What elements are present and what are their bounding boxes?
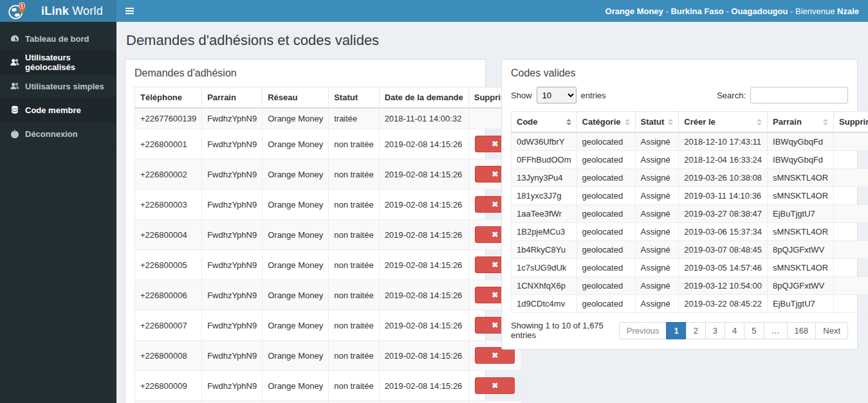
statut-cell: non traitée bbox=[329, 310, 379, 341]
page-number-button[interactable]: 2 bbox=[686, 322, 706, 339]
categorie-cell: geolocated bbox=[577, 223, 635, 241]
column-header-label: Parrain bbox=[773, 117, 802, 127]
country-name: Burkina Faso bbox=[670, 6, 723, 16]
page-number-button[interactable]: 3 bbox=[705, 322, 725, 339]
page-number-button[interactable]: 5 bbox=[744, 322, 764, 339]
column-header-code[interactable]: Code bbox=[512, 112, 577, 133]
adhesion-row: +226800008FwdhzYphN9Orange Moneynon trai… bbox=[135, 341, 522, 371]
page-number-button[interactable]: 1 bbox=[666, 322, 686, 339]
telephone-cell: +226800009 bbox=[135, 371, 202, 401]
parrain-cell: 8pQJGFxtWV bbox=[768, 241, 834, 259]
reseau-cell: Orange Money bbox=[263, 280, 329, 310]
date-cell: 2019-02-08 14:15:26 bbox=[379, 250, 468, 280]
statut-cell: traitée bbox=[329, 108, 379, 129]
x-icon: ✖ bbox=[492, 321, 498, 330]
adhesions-panel-title: Demandes d'adhésion bbox=[134, 67, 476, 79]
categorie-cell: geolocated bbox=[577, 187, 635, 205]
cree-le-cell: 2019-03-12 10:54:00 bbox=[679, 277, 768, 295]
date-cell: 2019-02-08 14:15:26 bbox=[379, 159, 468, 190]
page-number-button[interactable]: 168 bbox=[787, 322, 817, 339]
top-bar: $ iLink World Orange Money - Burkina Fas… bbox=[0, 0, 868, 22]
column-header-statut[interactable]: Statut bbox=[635, 112, 679, 133]
reseau-cell: Orange Money bbox=[263, 401, 329, 403]
sidebar-item-utilisateurs-geolocalises[interactable]: Utilisateurs géolocalisés bbox=[0, 51, 116, 75]
cree-le-cell: 2019-03-27 08:38:47 bbox=[679, 205, 768, 223]
date-cell: 2019-02-08 14:15:26 bbox=[379, 341, 468, 371]
sidebar-item-deconnexion[interactable]: Déconnexion bbox=[0, 122, 116, 146]
statut-cell: non traitée bbox=[329, 129, 379, 159]
sidebar-item-label: Utilisateurs géolocalisés bbox=[25, 53, 116, 72]
adhesions-header-row: Téléphone Parrain Réseau Statut Date de … bbox=[135, 87, 522, 109]
database-icon bbox=[10, 105, 19, 115]
column-header-label: Statut bbox=[641, 117, 665, 127]
supprimer-cell bbox=[834, 295, 868, 313]
parrain-cell: sMNSKTL4OR bbox=[768, 187, 834, 205]
code-row: 1c7sUG9dUkgeolocatedAssigné2019-03-05 14… bbox=[512, 259, 868, 277]
search-input[interactable] bbox=[750, 87, 848, 103]
column-header-telephone: Téléphone bbox=[135, 87, 202, 109]
code-row: 1B2pjeMCu3geolocatedAssigné2019-03-06 15… bbox=[512, 223, 868, 241]
sidebar-item-label: Code membre bbox=[25, 105, 81, 115]
statut-cell: Assigné bbox=[635, 277, 679, 295]
sort-icon bbox=[625, 119, 630, 125]
sort-icon bbox=[668, 119, 673, 125]
x-icon: ✖ bbox=[492, 200, 498, 209]
parrain-cell: FwdhzYphN9 bbox=[202, 220, 263, 250]
adhesion-row: +226800004FwdhzYphN9Orange Moneynon trai… bbox=[135, 220, 522, 250]
adhesion-row: +226800009FwdhzYphN9Orange Moneynon trai… bbox=[135, 371, 522, 401]
date-cell: 2019-02-08 14:15:26 bbox=[379, 190, 468, 220]
codes-panel-title: Codes valides bbox=[511, 67, 848, 79]
supprimer-cell: ✖ bbox=[468, 371, 521, 401]
x-icon: ✖ bbox=[492, 170, 498, 179]
entries-label: entries bbox=[581, 91, 606, 100]
sidebar-item-utilisateurs-simples[interactable]: Utilisateurs simples bbox=[0, 75, 116, 98]
page-length-select[interactable]: 10 bbox=[537, 87, 577, 103]
parrain-cell: IBWqyGbqFd bbox=[768, 151, 834, 169]
telephone-cell: +226800001 bbox=[135, 129, 202, 159]
statut-cell: non traitée bbox=[329, 220, 379, 250]
supprimer-cell bbox=[834, 277, 868, 295]
telephone-cell: +226800004 bbox=[135, 220, 202, 250]
column-header-supprimer[interactable]: Supprimer bbox=[834, 112, 868, 133]
reseau-cell: Orange Money bbox=[263, 129, 329, 159]
sidebar-item-label: Tableau de bord bbox=[25, 34, 89, 44]
sidebar-item-code-membre[interactable]: Code membre bbox=[0, 98, 116, 122]
column-header-cat-gorie[interactable]: Catégorie bbox=[577, 112, 635, 133]
next-page-button[interactable]: Next bbox=[815, 322, 848, 339]
statut-cell: non traitée bbox=[329, 190, 379, 220]
delete-button[interactable]: ✖ bbox=[475, 377, 515, 394]
previous-page-button[interactable]: Previous bbox=[619, 322, 667, 339]
telephone-cell: +226800008 bbox=[135, 341, 202, 371]
parrain-cell: 8pQJGFxtWV bbox=[768, 277, 834, 295]
statut-cell: non traitée bbox=[329, 341, 379, 371]
pagination: Previous12345…168Next bbox=[619, 322, 848, 339]
page-number-button[interactable]: 4 bbox=[725, 322, 744, 339]
parrain-cell: sMNSKTL4OR bbox=[768, 259, 834, 277]
sidebar-toggle-button[interactable] bbox=[116, 0, 142, 22]
page-length-control: Show 10 entries bbox=[511, 87, 606, 103]
categorie-cell: geolocated bbox=[577, 241, 635, 259]
column-header-parrain[interactable]: Parrain bbox=[768, 112, 834, 133]
codes-header-row: CodeCatégorieStatutCréer leParrainSuppri… bbox=[512, 112, 868, 133]
statut-cell: Assigné bbox=[635, 259, 679, 277]
supprimer-cell bbox=[834, 241, 868, 259]
x-icon: ✖ bbox=[492, 230, 498, 239]
column-header-date: Date de la demande bbox=[379, 87, 468, 109]
code-cell: 1c7sUG9dUk bbox=[512, 259, 577, 277]
code-cell: 1aaTee3fWr bbox=[512, 205, 577, 223]
parrain-cell: sMNSKTL4OR bbox=[768, 169, 834, 187]
reseau-cell: Orange Money bbox=[263, 341, 329, 371]
column-header-cr-er-le[interactable]: Créer le bbox=[679, 112, 768, 133]
brand-logo-area[interactable]: $ iLink World bbox=[0, 0, 116, 22]
org-name: Orange Money bbox=[605, 6, 663, 16]
x-icon: ✖ bbox=[492, 381, 498, 390]
show-label: Show bbox=[511, 91, 532, 100]
parrain-cell: FwdhzYphN9 bbox=[202, 310, 263, 341]
sidebar-item-tableau-de-bord[interactable]: Tableau de bord bbox=[0, 27, 116, 51]
column-header-parrain: Parrain bbox=[202, 87, 263, 109]
telephone-cell: +226800010 bbox=[135, 401, 202, 403]
code-cell: 1d9CDtc4mv bbox=[512, 295, 577, 313]
reseau-cell: Orange Money bbox=[263, 108, 329, 129]
code-row: 1aaTee3fWrgeolocatedAssigné2019-03-27 08… bbox=[512, 205, 868, 223]
date-cell: 2019-02-08 14:15:26 bbox=[379, 310, 468, 341]
